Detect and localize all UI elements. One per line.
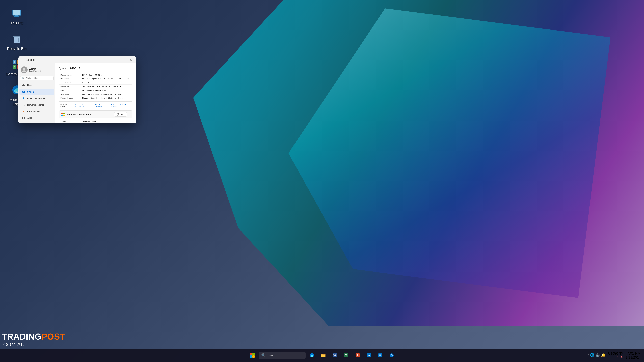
svg-rect-60 — [392, 357, 392, 357]
svg-point-19 — [23, 68, 25, 70]
windows-specs-body: Edition Windows 11 Pro Version 23H2 Inst… — [59, 118, 132, 123]
this-pc-label: This PC — [10, 21, 23, 25]
svg-rect-1 — [14, 10, 20, 15]
svg-rect-6 — [16, 35, 18, 36]
sidebar-item-system[interactable]: System — [20, 89, 54, 95]
sidebar-item-accounts[interactable]: Accounts — [20, 121, 54, 123]
svg-rect-38 — [250, 353, 252, 355]
sidebar-item-bluetooth[interactable]: Bluetooth & devices — [20, 95, 54, 102]
windows-specs-header[interactable]: Windows specifications Copy ⌃ — [59, 111, 132, 118]
taskbar-app-outlook[interactable]: O — [364, 350, 374, 360]
user-info[interactable]: Admin Local Account — [18, 65, 55, 75]
svg-rect-2 — [15, 15, 18, 16]
svg-rect-62 — [393, 355, 394, 356]
settings-search[interactable]: 🔍 — [20, 76, 54, 80]
window-controls: − □ ✕ — [116, 57, 134, 62]
svg-text:O: O — [368, 354, 370, 357]
start-button[interactable] — [247, 350, 257, 360]
watermark-domain: .COM.AU — [2, 342, 65, 348]
spec-row-product-id: Product ID 00330-80000-00000-AA124 — [59, 88, 132, 92]
desktop-icon-this-pc[interactable]: This PC — [3, 5, 30, 27]
system-icon — [22, 90, 26, 94]
copy-button[interactable]: Copy — [114, 112, 127, 117]
taskbar-app-explorer[interactable] — [318, 350, 328, 360]
user-name: Admin — [29, 67, 41, 70]
spec-value-system-type: 64-bit operating system, x64-based proce… — [82, 93, 121, 95]
svg-rect-28 — [22, 117, 24, 118]
breadcrumb-system: System — [59, 67, 66, 69]
spec-value-device-id: 7683354F-FE34-4DF7-AF3F-CE332B57E07B — [82, 85, 122, 87]
sidebar-item-apps[interactable]: Apps — [20, 115, 54, 121]
desktop-icon-recycle-bin[interactable]: Recycle Bin — [3, 30, 30, 53]
taskbar-search[interactable]: 🔍 Search — [258, 352, 306, 359]
svg-rect-31 — [24, 118, 25, 119]
back-button[interactable]: ← — [20, 57, 25, 62]
user-avatar — [21, 66, 28, 73]
user-type: Local Account — [29, 70, 41, 72]
watermark: TRADINGPOST .COM.AU — [2, 332, 65, 348]
win-logo-green — [63, 113, 65, 114]
spec-label-pen-touch: Pen and touch — [60, 97, 82, 99]
copy-icon — [116, 113, 119, 116]
tray-battery-icon: 🔔 — [601, 353, 606, 358]
taskbar-app-settings[interactable] — [387, 350, 397, 360]
stock-change: -0.10% — [614, 356, 623, 359]
apps-icon — [22, 116, 26, 120]
sidebar-item-network[interactable]: Network & internet — [20, 102, 54, 108]
bluetooth-icon — [22, 96, 26, 100]
watermark-post: POST — [42, 332, 65, 341]
tray-chevron[interactable]: ˂ — [588, 354, 589, 357]
spec-label-device-name: Device name — [60, 74, 82, 76]
svg-rect-53 — [379, 354, 381, 356]
tray-network-icon: 🌐 — [590, 353, 594, 358]
search-icon: 🔍 — [22, 77, 24, 79]
svg-point-14 — [14, 61, 15, 63]
spec-value-processor: Intel(R) Core(TM) i5-4590S CPU @ 3.00GHz… — [82, 78, 130, 80]
spec-row-device-name: Device name HP-ProDesk-400-G1-5FF — [59, 73, 132, 77]
taskbar: 🔍 Search W — [0, 349, 644, 362]
taskbar-app-excel[interactable]: X — [341, 350, 351, 360]
window-titlebar: ← Settings − □ ✕ — [18, 56, 136, 63]
taskbar-app-edge[interactable] — [307, 350, 317, 360]
taskbar-app-powerpoint[interactable]: P — [352, 350, 362, 360]
taskbar-app-outlook2[interactable] — [375, 350, 386, 360]
windows-specs-header-left: Windows specifications — [61, 113, 91, 116]
taskbar-app-word[interactable]: W — [330, 350, 340, 360]
link-system-protection[interactable]: System protection — [94, 103, 108, 107]
maximize-button[interactable]: □ — [122, 57, 128, 62]
tray-time[interactable]: 7:01 PM 8/31/2024 — [626, 351, 641, 360]
this-pc-icon — [10, 7, 24, 20]
spec-label-ram: Installed RAM — [60, 82, 82, 84]
chevron-up-icon: ⌃ — [128, 113, 130, 116]
svg-rect-59 — [392, 353, 392, 354]
sidebar-label-bluetooth: Bluetooth & devices — [27, 97, 45, 99]
window-title: Settings — [26, 58, 35, 61]
link-domain-workgroup[interactable]: Domain or workgroup — [74, 103, 91, 107]
sidebar-label-home: Home — [27, 84, 32, 86]
svg-rect-41 — [252, 356, 254, 358]
settings-search-input[interactable] — [26, 77, 52, 79]
sidebar-label-network: Network & internet — [27, 104, 44, 106]
personalization-icon — [22, 110, 26, 113]
sidebar-label-personalization: Personalization — [27, 110, 41, 113]
close-button[interactable]: ✕ — [128, 57, 134, 62]
desktop: This PC Recycle Bin — [0, 0, 644, 362]
windows-logo — [61, 113, 65, 116]
stock-symbol: USD/CNY — [608, 352, 623, 356]
clock-date: 8/31/2024 — [626, 356, 641, 360]
spec-row-edition: Edition Windows 11 Pro — [59, 120, 132, 123]
sidebar-item-home[interactable]: Home — [20, 82, 54, 88]
link-advanced-system[interactable]: Advanced system settings — [110, 103, 131, 107]
sidebar-label-apps: Apps — [27, 117, 32, 119]
taskbar-search-icon: 🔍 — [261, 353, 266, 358]
svg-rect-39 — [252, 353, 254, 355]
svg-text:P: P — [357, 354, 358, 357]
spec-row-system-type: System type 64-bit operating system, x64… — [59, 92, 132, 96]
spec-value-edition: Windows 11 Pro — [82, 120, 96, 122]
page-header: System › About — [59, 66, 132, 70]
taskbar-search-label: Search — [268, 354, 277, 357]
tray-stock[interactable]: USD/CNY -0.10% — [608, 352, 623, 359]
sidebar-item-personalization[interactable]: Personalization — [20, 108, 54, 115]
minimize-button[interactable]: − — [116, 57, 121, 62]
tray-speaker-icon: 🔊 — [596, 353, 600, 358]
